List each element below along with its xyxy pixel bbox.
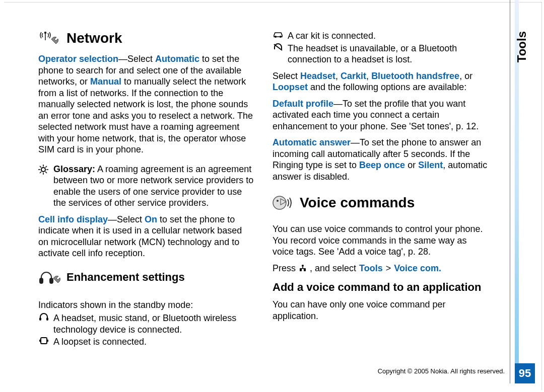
svg-line-8 bbox=[45, 172, 47, 173]
kw-loopset: Loopset bbox=[273, 82, 308, 92]
enhancement-title: Enhancement settings bbox=[66, 271, 185, 284]
enhancement-heading: Enhancement settings bbox=[38, 269, 254, 285]
indicators-intro: Indicators shown in the standby mode: bbox=[38, 299, 254, 311]
voice-commands-title: Voice commands bbox=[300, 195, 415, 211]
menu-key-icon bbox=[299, 264, 307, 272]
svg-point-19 bbox=[280, 36, 282, 38]
left-column: Network Operator selection—Select Automa… bbox=[38, 30, 254, 356]
kw-on: On bbox=[145, 214, 157, 224]
kw-automatic-answer: Automatic answer bbox=[273, 137, 351, 147]
kw-bt-handsfree: Bluetooth handsfree bbox=[371, 71, 459, 81]
indicator-headset: A headset, music stand, or Bluetooth wir… bbox=[38, 312, 254, 335]
voice-face-icon bbox=[273, 194, 294, 211]
kw-cell-info-display: Cell info display bbox=[38, 214, 108, 224]
voice-commands-intro: You can use voice commands to control yo… bbox=[273, 223, 489, 258]
network-heading: Network bbox=[38, 30, 254, 46]
headset-unavailable-icon bbox=[273, 43, 284, 51]
kw-tools: Tools bbox=[359, 263, 383, 274]
page-number: 95 bbox=[515, 363, 535, 383]
cell-info-paragraph: Cell info display—Select On to set the p… bbox=[38, 214, 254, 259]
voice-commands-heading: Voice commands bbox=[273, 194, 489, 211]
svg-rect-15 bbox=[41, 338, 47, 344]
svg-rect-14 bbox=[46, 318, 48, 321]
network-title: Network bbox=[66, 30, 122, 46]
svg-point-18 bbox=[275, 36, 277, 38]
kw-beep-once: Beep once bbox=[359, 160, 405, 170]
svg-line-9 bbox=[45, 166, 47, 168]
glossary-block: Glossary: A roaming agreement is an agre… bbox=[38, 164, 254, 209]
svg-line-10 bbox=[40, 172, 41, 173]
headset-icon bbox=[38, 313, 49, 321]
svg-point-2 bbox=[41, 168, 45, 172]
side-tab-label: Tools bbox=[515, 31, 529, 62]
svg-point-23 bbox=[302, 265, 304, 267]
svg-rect-13 bbox=[39, 318, 41, 321]
indicator-loopset: A loopset is connected. bbox=[38, 336, 254, 348]
automatic-answer-paragraph: Automatic answer—To set the phone to ans… bbox=[273, 137, 489, 182]
operator-selection-paragraph: Operator selection—Select Automatic to s… bbox=[38, 53, 254, 155]
kw-carkit: Carkit bbox=[341, 71, 366, 81]
add-voice-command-subhead: Add a voice command to an application bbox=[273, 281, 489, 294]
side-thin-rule bbox=[510, 0, 510, 383]
copyright-footer: Copyright © 2005 Nokia. All rights reser… bbox=[378, 367, 505, 375]
indicator-carkit: A car kit is connected. bbox=[273, 30, 489, 42]
kw-headset: Headset bbox=[300, 71, 335, 81]
headphones-wrench-icon bbox=[38, 269, 60, 285]
indicator-headset-unavailable: The headset is unavailable, or a Bluetoo… bbox=[273, 43, 489, 65]
select-enhancement-paragraph: Select Headset, Carkit, Bluetooth handsf… bbox=[273, 70, 489, 93]
press-instruction: Press , and select Tools > Voice com. bbox=[273, 263, 489, 274]
svg-rect-17 bbox=[46, 340, 48, 342]
loopset-icon bbox=[38, 337, 49, 345]
kw-voice-com: Voice com. bbox=[394, 263, 441, 274]
default-profile-paragraph: Default profile—To set the profile that … bbox=[273, 98, 489, 132]
right-column: A car kit is connected. The headset is u… bbox=[273, 30, 489, 356]
tip-bulb-icon bbox=[38, 165, 48, 209]
svg-point-22 bbox=[277, 200, 279, 202]
kw-operator-selection: Operator selection bbox=[38, 54, 118, 64]
antenna-wrench-icon bbox=[38, 30, 60, 46]
kw-silent: Silent bbox=[418, 160, 443, 170]
kw-automatic: Automatic bbox=[155, 54, 199, 64]
glossary-text: Glossary: A roaming agreement is an agre… bbox=[53, 164, 254, 209]
svg-line-7 bbox=[40, 166, 41, 168]
carkit-icon bbox=[273, 31, 284, 38]
svg-rect-16 bbox=[39, 340, 41, 342]
kw-default-profile: Default profile bbox=[273, 99, 333, 109]
svg-rect-12 bbox=[50, 278, 53, 283]
kw-manual: Manual bbox=[90, 76, 121, 87]
svg-rect-11 bbox=[40, 278, 43, 283]
add-voice-command-text: You can have only one voice command per … bbox=[273, 299, 489, 322]
svg-point-1 bbox=[45, 32, 46, 34]
